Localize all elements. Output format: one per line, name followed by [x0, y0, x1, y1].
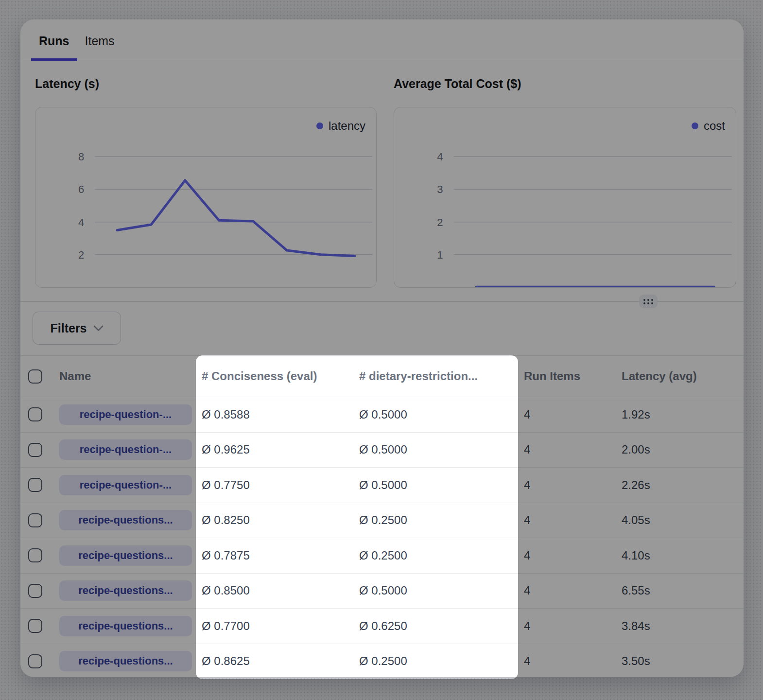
svg-text:4: 4	[78, 216, 84, 228]
row-select-cell	[20, 619, 56, 633]
header-latency-avg: Latency (avg)	[616, 369, 744, 383]
row-conciseness-cell: Ø 0.7700	[196, 619, 353, 633]
row-conciseness-cell: Ø 0.8250	[196, 513, 353, 527]
tab-bar: Runs Items	[20, 19, 744, 60]
header-select-cell	[20, 369, 56, 384]
cost-chart: 1234 cost	[394, 107, 736, 288]
row-name-cell: recipe-questions...	[56, 510, 196, 530]
cost-line-plot: 1234	[394, 107, 736, 287]
latency-legend: latency	[316, 119, 365, 133]
table-header-row: Name # Conciseness (eval) # dietary-rest…	[20, 355, 744, 397]
row-checkbox[interactable]	[28, 584, 42, 598]
latency-chart-title: Latency (s)	[35, 77, 99, 91]
row-latency-cell: 2.00s	[616, 443, 744, 456]
run-name-badge[interactable]: recipe-questions...	[59, 510, 192, 530]
row-dietary-cell: Ø 0.2500	[353, 654, 518, 668]
dashboard-card: Runs Items Latency (s) Average Total Cos…	[20, 19, 744, 677]
select-all-checkbox[interactable]	[28, 369, 42, 384]
row-dietary-cell: Ø 0.2500	[353, 513, 518, 527]
table-row[interactable]: recipe-questions... Ø 0.8500 Ø 0.5000 4 …	[20, 574, 744, 609]
row-latency-cell: 2.26s	[616, 478, 744, 492]
row-conciseness-cell: Ø 0.7875	[196, 549, 353, 562]
row-dietary-cell: Ø 0.5000	[353, 408, 518, 421]
run-name-badge[interactable]: recipe-questions...	[59, 651, 192, 671]
row-latency-cell: 4.10s	[616, 549, 744, 562]
cost-legend: cost	[692, 119, 725, 133]
row-run-items-cell: 4	[518, 443, 616, 456]
grip-dots-icon	[643, 299, 653, 304]
svg-text:1: 1	[437, 249, 443, 261]
row-name-cell: recipe-question-...	[56, 475, 196, 495]
row-select-cell	[20, 443, 56, 457]
table-row[interactable]: recipe-questions... Ø 0.8625 Ø 0.2500 4 …	[20, 644, 744, 678]
run-name-badge[interactable]: recipe-questions...	[59, 545, 192, 566]
table-row[interactable]: recipe-question-... Ø 0.8588 Ø 0.5000 4 …	[20, 397, 744, 433]
table-row[interactable]: recipe-question-... Ø 0.9625 Ø 0.5000 4 …	[20, 433, 744, 468]
row-conciseness-cell: Ø 0.8500	[196, 584, 353, 597]
row-select-cell	[20, 654, 56, 668]
row-select-cell	[20, 407, 56, 421]
row-name-cell: recipe-questions...	[56, 580, 196, 601]
row-name-cell: recipe-question-...	[56, 439, 196, 460]
row-checkbox[interactable]	[28, 548, 42, 562]
table-row[interactable]: recipe-question-... Ø 0.7750 Ø 0.5000 4 …	[20, 468, 744, 503]
cost-chart-title: Average Total Cost ($)	[394, 77, 521, 91]
row-name-cell: recipe-questions...	[56, 545, 196, 566]
row-checkbox[interactable]	[28, 513, 42, 527]
row-checkbox[interactable]	[28, 654, 42, 668]
tab-runs[interactable]: Runs	[31, 19, 77, 61]
run-name-badge[interactable]: recipe-questions...	[59, 616, 192, 636]
latency-line-plot: 2468	[35, 107, 376, 287]
row-latency-cell: 3.50s	[616, 654, 744, 668]
row-run-items-cell: 4	[518, 654, 616, 668]
row-select-cell	[20, 584, 56, 598]
row-run-items-cell: 4	[518, 478, 616, 492]
svg-text:2: 2	[78, 249, 84, 261]
row-select-cell	[20, 513, 56, 527]
header-name: Name	[56, 369, 196, 383]
table-row[interactable]: recipe-questions... Ø 0.8250 Ø 0.2500 4 …	[20, 503, 744, 539]
table-row[interactable]: recipe-questions... Ø 0.7700 Ø 0.6250 4 …	[20, 609, 744, 644]
row-run-items-cell: 4	[518, 619, 616, 633]
row-conciseness-cell: Ø 0.8588	[196, 408, 353, 421]
row-name-cell: recipe-questions...	[56, 616, 196, 636]
latency-legend-dot-icon	[316, 122, 323, 129]
row-conciseness-cell: Ø 0.9625	[196, 443, 353, 456]
filters-button[interactable]: Filters	[33, 312, 121, 345]
run-name-badge[interactable]: recipe-question-...	[59, 439, 192, 460]
table-body: recipe-question-... Ø 0.8588 Ø 0.5000 4 …	[20, 397, 744, 677]
row-dietary-cell: Ø 0.5000	[353, 478, 518, 492]
row-checkbox[interactable]	[28, 407, 42, 421]
run-name-badge[interactable]: recipe-question-...	[59, 404, 192, 425]
row-dietary-cell: Ø 0.5000	[353, 443, 518, 456]
filters-button-label: Filters	[50, 321, 87, 335]
run-name-badge[interactable]: recipe-question-...	[59, 475, 192, 495]
row-run-items-cell: 4	[518, 549, 616, 562]
svg-text:2: 2	[437, 216, 443, 228]
cost-legend-dot-icon	[692, 122, 698, 129]
row-dietary-cell: Ø 0.2500	[353, 549, 518, 562]
row-checkbox[interactable]	[28, 478, 42, 492]
row-latency-cell: 6.55s	[616, 584, 744, 597]
row-latency-cell: 3.84s	[616, 619, 744, 633]
svg-text:8: 8	[78, 151, 84, 163]
row-checkbox[interactable]	[28, 443, 42, 457]
row-checkbox[interactable]	[28, 619, 42, 633]
tab-items[interactable]: Items	[77, 19, 122, 61]
latency-legend-label: latency	[329, 119, 365, 133]
row-select-cell	[20, 478, 56, 492]
row-name-cell: recipe-question-...	[56, 404, 196, 425]
row-latency-cell: 1.92s	[616, 408, 744, 421]
svg-text:6: 6	[78, 183, 84, 195]
table-row[interactable]: recipe-questions... Ø 0.7875 Ø 0.2500 4 …	[20, 538, 744, 574]
run-name-badge[interactable]: recipe-questions...	[59, 580, 192, 601]
row-name-cell: recipe-questions...	[56, 651, 196, 671]
svg-text:3: 3	[437, 183, 443, 195]
panel-resize-handle[interactable]	[639, 295, 658, 308]
row-run-items-cell: 4	[518, 408, 616, 421]
latency-chart: 2468 latency	[35, 107, 377, 288]
row-run-items-cell: 4	[518, 584, 616, 597]
cost-legend-label: cost	[704, 119, 725, 133]
chevron-down-icon	[93, 325, 104, 332]
header-dietary-restriction: # dietary-restriction...	[353, 369, 518, 383]
